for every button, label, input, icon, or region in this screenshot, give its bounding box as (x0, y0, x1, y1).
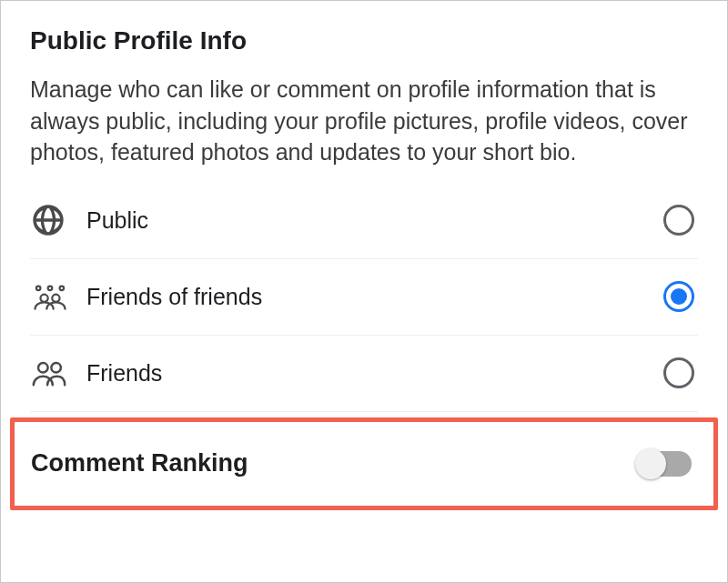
option-friends-of-friends[interactable]: Friends of friends (30, 259, 698, 336)
svg-point-4 (52, 295, 59, 302)
row-comment-ranking[interactable]: Comment Ranking (31, 422, 697, 506)
radio-friends[interactable] (663, 357, 694, 388)
svg-point-3 (40, 295, 47, 302)
section-title: Public Profile Info (30, 26, 698, 55)
svg-point-6 (51, 363, 61, 373)
friends-icon (30, 355, 74, 391)
option-friends[interactable]: Friends (30, 336, 698, 412)
radio-public[interactable] (663, 205, 694, 236)
option-public[interactable]: Public (30, 183, 698, 259)
option-label: Friends of friends (74, 284, 663, 310)
comment-ranking-toggle[interactable] (637, 451, 692, 477)
svg-point-1 (48, 286, 53, 291)
fof-icon (30, 278, 74, 315)
svg-point-0 (36, 286, 41, 291)
svg-point-5 (38, 363, 48, 373)
globe-icon (30, 202, 74, 238)
radio-friends-of-friends[interactable] (663, 281, 694, 312)
settings-panel: Public Profile Info Manage who can like … (1, 1, 727, 510)
toggle-knob-icon (635, 448, 666, 479)
toggle-label: Comment Ranking (31, 449, 637, 477)
highlight-comment-ranking: Comment Ranking (10, 417, 718, 510)
option-label: Public (74, 207, 663, 234)
section-description: Manage who can like or comment on profil… (30, 74, 698, 168)
svg-point-2 (60, 286, 65, 291)
option-label: Friends (74, 360, 663, 387)
